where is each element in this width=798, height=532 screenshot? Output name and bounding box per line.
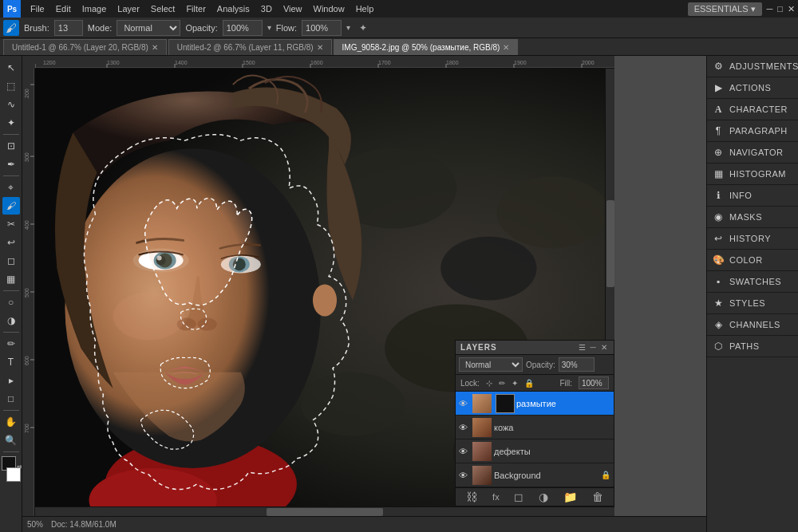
menu-filter[interactable]: Filter [181,2,210,15]
maximize-button[interactable]: □ [777,4,783,14]
menu-analysis[interactable]: Analysis [212,2,255,15]
panel-history[interactable]: ↩ HISTORY [707,228,798,250]
tab-untitled2[interactable]: Untitled-2 @ 66.7% (Layer 11, RGB/8) ✕ [168,39,332,55]
tab-close-untitled2[interactable]: ✕ [317,43,323,52]
tab-img9058[interactable]: IMG_9058-2.jpg @ 50% (размытие, RGB/8) ✕ [334,39,519,55]
lock-move-icon[interactable]: ✦ [512,379,518,388]
layer-vis-razm[interactable]: 👁 [459,399,470,408]
close-button[interactable]: ✕ [788,4,795,14]
magic-wand-tool[interactable]: ✦ [2,114,20,132]
menu-file[interactable]: File [26,2,49,15]
brush-size-input[interactable] [54,20,83,36]
pen-tool[interactable]: ✏ [2,335,20,353]
eraser-tool[interactable]: ◻ [2,252,20,270]
marquee-tool[interactable]: ⬚ [2,77,20,95]
tab-close-img9058[interactable]: ✕ [503,43,509,52]
layer-vis-bg[interactable]: 👁 [459,471,470,480]
panel-actions[interactable]: ▶ ACTIONS [707,77,798,99]
blur-tool[interactable]: ○ [2,294,20,311]
layers-minimize-icon[interactable]: ─ [588,343,598,352]
panel-adjustments[interactable]: ⚙ ADJUSTMENTS [707,56,798,77]
brush-tool-icon[interactable]: 🖌 [3,20,19,36]
panel-masks[interactable]: ◉ MASKS [707,207,798,228]
menu-layer[interactable]: Layer [113,2,144,15]
svg-text:300: 300 [24,152,30,162]
menu-help[interactable]: Help [351,2,379,15]
scrollbar-v-thumb[interactable] [606,200,614,288]
panel-histogram[interactable]: ▦ HISTOGRAM [707,164,798,185]
clone-tool[interactable]: ✂ [2,215,20,233]
layer-row-bg[interactable]: 👁 Background 🔒 [456,463,614,487]
layers-opacity-input[interactable] [559,357,595,372]
flow-arrow[interactable]: ▾ [346,23,350,32]
layer-link-btn[interactable]: ⛓ [466,491,477,503]
history-brush-tool[interactable]: ↩ [2,234,20,251]
svg-text:1500: 1500 [243,60,255,65]
tab-untitled1[interactable]: Untitled-1 @ 66.7% (Layer 20, RGB/8) ✕ [3,39,167,55]
eyedropper-tool[interactable]: ✒ [2,156,20,173]
panel-color[interactable]: 🎨 COLOR [707,250,798,271]
layer-vis-kozha[interactable]: 👁 [459,423,470,432]
dodge-tool[interactable]: ◑ [2,312,20,329]
scrollbar-horizontal[interactable] [35,506,614,516]
opacity-input[interactable] [223,20,263,36]
panel-navigator[interactable]: ⊕ NAVIGATOR [707,142,798,164]
menu-view[interactable]: View [279,2,307,15]
layers-close-icon[interactable]: ✕ [599,343,609,352]
zoom-tool[interactable]: 🔍 [2,432,20,449]
scrollbar-h-thumb[interactable] [267,508,382,516]
panel-channels[interactable]: ◈ CHANNELS [707,314,798,336]
menu-3d[interactable]: 3D [256,2,277,15]
flow-input[interactable] [302,20,342,36]
hand-tool[interactable]: ✋ [2,413,20,431]
path-select-tool[interactable]: ▸ [2,372,20,389]
layers-menu-icon[interactable]: ☰ [577,343,587,352]
shape-tool[interactable]: □ [2,390,20,408]
layer-adj-btn[interactable]: ◑ [539,491,548,503]
menu-image[interactable]: Image [77,2,112,15]
panel-paths[interactable]: ⬡ PATHS [707,336,798,357]
lasso-tool[interactable]: ∿ [2,96,20,113]
gradient-tool[interactable]: ▦ [2,270,20,288]
tab-close-untitled1[interactable]: ✕ [152,43,158,52]
tool-sep-1 [3,134,19,135]
airbrush-toggle[interactable]: ✦ [355,20,371,36]
type-tool[interactable]: T [2,353,20,371]
tab-label-img9058: IMG_9058-2.jpg @ 50% (размытие, RGB/8) [342,43,500,52]
panel-paragraph[interactable]: ¶ PARAGRAPH [707,120,798,142]
opacity-arrow[interactable]: ▾ [267,23,271,32]
layers-controls: ☰ ─ ✕ [577,343,609,352]
svg-point-39 [496,176,608,248]
layers-blend-select[interactable]: Normal [459,357,523,372]
layer-row-defekty[interactable]: 👁 дефекты [456,439,614,463]
minimize-button[interactable]: ─ [767,4,773,14]
layer-row-kozha[interactable]: 👁 кожа [456,416,614,439]
layer-vis-defekty[interactable]: 👁 [459,447,470,456]
svg-text:1800: 1800 [446,60,459,65]
panel-swatches[interactable]: ▪ SWATCHES [707,271,798,293]
crop-tool[interactable]: ⊡ [2,137,20,155]
panel-character[interactable]: A CHARACTER [707,99,798,120]
layer-row-razm[interactable]: 👁 размытие [456,392,614,416]
fill-input[interactable] [579,376,609,389]
brush-tool[interactable]: 🖌 [2,197,20,215]
menu-edit[interactable]: Edit [51,2,76,15]
panel-styles[interactable]: ★ STYLES [707,293,798,314]
healing-tool[interactable]: ⌖ [2,179,20,196]
lock-all-icon[interactable]: 🔒 [524,379,534,388]
layers-panel: LAYERS ☰ ─ ✕ Normal Opacity: Lock: ⊹ ✏ ✦ [455,340,614,506]
essentials-button[interactable]: ESSENTIALS ▾ [688,2,762,16]
layer-folder-btn[interactable]: 📁 [563,491,577,503]
blend-mode-select[interactable]: Normal [117,20,180,36]
tool-sep-4 [3,332,19,333]
layer-fx-btn[interactable]: fx [492,492,500,502]
move-tool[interactable]: ↖ [2,59,20,77]
layer-delete-btn[interactable]: 🗑 [592,491,603,503]
lock-position-icon[interactable]: ⊹ [486,379,492,388]
menu-select[interactable]: Select [146,2,180,15]
swap-colors-icon[interactable]: ⇄ [17,463,22,471]
panel-info[interactable]: ℹ INFO [707,185,798,207]
layer-mask-btn[interactable]: ◻ [514,491,523,503]
menu-window[interactable]: Window [309,2,350,15]
lock-pixel-icon[interactable]: ✏ [499,379,505,388]
